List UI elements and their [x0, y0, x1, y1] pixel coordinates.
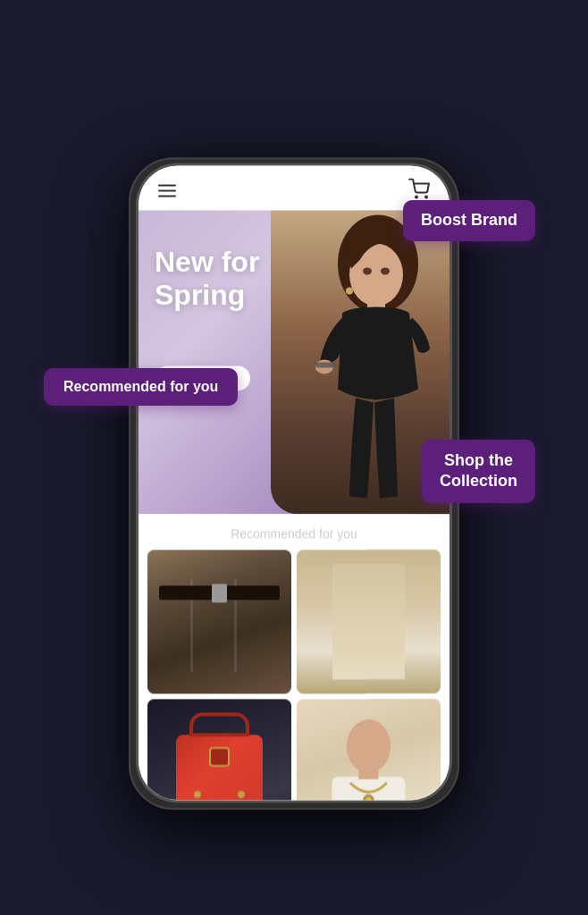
shop-collection-label: Shop theCollection [440, 451, 517, 490]
woman-figure [271, 210, 441, 514]
top-bar [139, 165, 449, 210]
jewelry-inner [297, 699, 441, 800]
product-card-jewelry[interactable] [297, 699, 441, 800]
recommended-label: Recommended for you [63, 379, 218, 394]
recommended-badge: Recommended for you [44, 368, 238, 406]
jeans-inner [147, 550, 291, 693]
svg-point-12 [347, 719, 391, 773]
hero-title: New for Spring [155, 246, 259, 312]
svg-point-8 [363, 267, 372, 274]
shop-collection-badge: Shop theCollection [422, 440, 535, 503]
scene: New for Spring SHOP NOW › Recommended fo… [35, 29, 553, 886]
boost-brand-label: Boost Brand [421, 211, 517, 229]
phone-screen: New for Spring SHOP NOW › Recommended fo… [139, 165, 449, 800]
bag-inner [147, 699, 291, 800]
boost-brand-badge: Boost Brand [403, 200, 535, 241]
product-card-bag[interactable] [147, 699, 291, 800]
product-card-outfit[interactable] [297, 550, 441, 693]
product-card-jeans[interactable] [147, 550, 291, 693]
product-grid [139, 550, 449, 800]
outfit-inner [297, 550, 441, 693]
svg-point-1 [425, 196, 427, 197]
svg-point-7 [346, 287, 353, 294]
svg-point-9 [381, 267, 390, 274]
hero-title-line2: Spring [155, 279, 245, 311]
recommended-section: Recommended for you [139, 514, 449, 800]
phone-body: New for Spring SHOP NOW › Recommended fo… [139, 165, 449, 800]
menu-icon[interactable] [158, 184, 176, 197]
svg-rect-6 [315, 362, 335, 367]
hero-banner: New for Spring SHOP NOW › [139, 210, 449, 514]
hero-title-line1: New for [155, 246, 259, 278]
svg-point-0 [416, 196, 417, 197]
recommended-section-title: Recommended for you [139, 514, 449, 550]
